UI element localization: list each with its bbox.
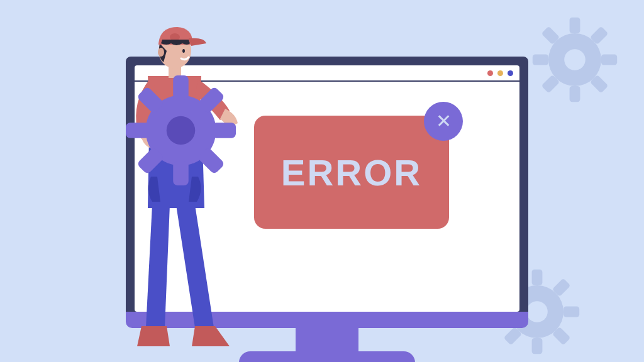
svg-rect-22	[173, 162, 189, 186]
error-panel: ERROR ✕	[254, 116, 449, 229]
svg-point-29	[167, 116, 196, 145]
svg-rect-11	[532, 270, 543, 285]
svg-rect-23	[126, 123, 150, 138]
error-label: ERROR	[281, 151, 422, 194]
svg-point-37	[158, 48, 164, 57]
svg-point-9	[564, 49, 586, 70]
close-badge: ✕	[424, 102, 463, 141]
svg-rect-21	[173, 75, 189, 100]
svg-rect-24	[212, 123, 236, 138]
monitor-base	[239, 351, 415, 362]
svg-rect-2	[570, 86, 580, 102]
window-dot-blue	[508, 70, 513, 76]
technician-illustration	[107, 19, 252, 359]
svg-rect-4	[601, 55, 617, 65]
svg-rect-1	[570, 18, 580, 33]
window-dot-red	[487, 70, 493, 76]
svg-rect-3	[533, 55, 548, 65]
gear-icon	[531, 16, 619, 104]
svg-rect-14	[564, 307, 579, 317]
close-icon: ✕	[436, 112, 452, 131]
error-illustration: ERROR ✕	[0, 0, 644, 362]
window-dot-yellow	[497, 70, 503, 76]
svg-rect-12	[532, 338, 543, 354]
svg-point-19	[526, 301, 548, 322]
svg-point-36	[182, 49, 185, 53]
gear-icon	[126, 75, 236, 185]
